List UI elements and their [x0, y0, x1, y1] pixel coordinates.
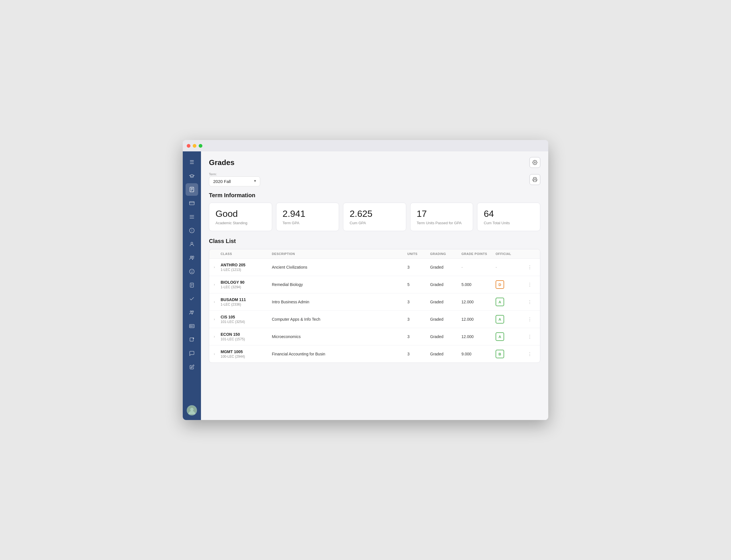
sidebar-item-edit[interactable]	[186, 361, 198, 373]
class-grading: Graded	[430, 282, 462, 287]
class-info: ANTHRO 205 1-LEC (1213)	[221, 263, 272, 272]
class-units: 3	[407, 317, 430, 322]
settings-button[interactable]	[530, 157, 540, 168]
th-official: OFFICIAL	[496, 252, 524, 256]
row-expand-icon[interactable]: ›	[214, 283, 221, 287]
svg-point-33	[534, 162, 536, 163]
row-menu-button[interactable]: ⋮	[524, 282, 536, 287]
term-dropdown[interactable]: 2020 Fall 2020 Spring 2019 Fall 2019 Spr…	[209, 176, 260, 186]
maximize-button[interactable]	[199, 144, 202, 148]
class-grading: Graded	[430, 352, 462, 356]
svg-point-25	[190, 326, 191, 327]
class-units: 3	[407, 265, 430, 269]
sidebar-item-list[interactable]	[186, 211, 198, 223]
sidebar-item-clipboard[interactable]	[186, 279, 198, 291]
class-grading: Graded	[430, 265, 462, 269]
stat-label-cum-units: Cum Total Units	[484, 221, 534, 225]
table-row: › ANTHRO 205 1-LEC (1213) Ancient Civili…	[209, 259, 540, 276]
svg-point-12	[191, 242, 193, 244]
stat-card-standing: Good Academic Standing	[209, 203, 272, 231]
svg-rect-4	[189, 201, 194, 205]
grade-badge-d: D	[496, 280, 504, 289]
app-window: ☰	[183, 140, 548, 420]
stat-card-term-gpa: 2.941 Term GPA	[276, 203, 339, 231]
term-select-wrapper: Term: 2020 Fall 2020 Spring 2019 Fall 20…	[209, 172, 260, 186]
row-expand-icon[interactable]: ›	[214, 352, 221, 356]
class-grade-points: 12.000	[462, 334, 496, 339]
sidebar-item-external[interactable]	[186, 333, 198, 346]
sidebar-item-emoji[interactable]	[186, 265, 198, 278]
user-avatar[interactable]	[187, 405, 197, 415]
term-info-section-title: Term Information	[201, 191, 548, 203]
row-menu-button[interactable]: ⋮	[524, 334, 536, 339]
table-row: › BUSADM 111 1-LEC (2336) Intro Business…	[209, 293, 540, 311]
sidebar-item-id[interactable]	[186, 320, 198, 332]
sidebar-item-graduation[interactable]	[186, 170, 198, 182]
sidebar-item-chat[interactable]	[186, 347, 198, 360]
row-expand-icon[interactable]: ›	[214, 335, 221, 339]
row-menu-button[interactable]: ⋮	[524, 317, 536, 322]
sidebar-item-menu[interactable]: ☰	[186, 156, 198, 168]
row-expand-icon[interactable]: ›	[214, 300, 221, 304]
class-units: 3	[407, 300, 430, 304]
titlebar	[183, 140, 548, 151]
sidebar-item-card[interactable]	[186, 197, 198, 209]
svg-rect-28	[190, 338, 193, 341]
class-info: MGMT 1005 100-LEC (2944)	[221, 349, 272, 359]
table-row: › CIS 105 101-LEC (3254) Computer Apps &…	[209, 311, 540, 328]
th-grade-points: GRADE POINTS	[462, 252, 496, 256]
class-list-title: Class List	[209, 238, 540, 244]
stat-value-standing: Good	[215, 209, 265, 219]
table-header: CLASS DESCRIPTION UNITS GRADING GRADE PO…	[209, 249, 540, 259]
row-menu-button[interactable]: ⋮	[524, 299, 536, 305]
class-info: CIS 105 101-LEC (3254)	[221, 315, 272, 324]
th-description: DESCRIPTION	[272, 252, 407, 256]
row-expand-icon[interactable]: ›	[214, 265, 221, 269]
app-body: ☰	[183, 151, 548, 420]
close-button[interactable]	[187, 144, 190, 148]
class-description: Remedial Biology	[272, 282, 407, 287]
class-grade-points: 9.000	[462, 352, 496, 356]
svg-point-23	[192, 311, 193, 312]
class-grading: Graded	[430, 317, 462, 322]
class-info: BUSADM 111 1-LEC (2336)	[221, 297, 272, 306]
sidebar-item-info[interactable]	[186, 224, 198, 237]
sidebar-item-document[interactable]	[186, 183, 198, 196]
class-grading: Graded	[430, 334, 462, 339]
th-units: UNITS	[407, 252, 430, 256]
grade-badge-b: B	[496, 350, 504, 358]
stat-label-term-gpa: Term GPA	[283, 221, 333, 225]
grade-badge-a: A	[496, 315, 504, 324]
stat-value-cum-gpa: 2.625	[349, 209, 400, 219]
stat-card-cum-units: 64 Cum Total Units	[477, 203, 540, 231]
minimize-button[interactable]	[193, 144, 196, 148]
class-units: 5	[407, 282, 430, 287]
row-menu-button[interactable]: ⋮	[524, 265, 536, 270]
svg-point-22	[190, 311, 191, 312]
class-official: A	[496, 298, 524, 306]
grade-badge-a: A	[496, 332, 504, 341]
print-button[interactable]	[530, 174, 540, 185]
class-description: Computer Apps & Info Tech	[272, 317, 407, 322]
table-row: › BIOLOGY 90 1-LEC (3294) Remedial Biolo…	[209, 276, 540, 293]
svg-point-15	[189, 269, 194, 274]
stats-row: Good Academic Standing 2.941 Term GPA 2.…	[201, 203, 548, 238]
class-official: -	[496, 265, 524, 270]
stat-card-units-passed: 17 Term Units Passed for GPA	[410, 203, 474, 231]
stat-label-cum-gpa: Cum GPA	[349, 221, 400, 225]
class-units: 3	[407, 334, 430, 339]
stat-value-cum-units: 64	[484, 209, 534, 219]
class-info: BIOLOGY 90 1-LEC (3294)	[221, 280, 272, 289]
sidebar-item-group[interactable]	[186, 252, 198, 264]
sidebar-item-check[interactable]	[186, 293, 198, 305]
sidebar-item-person[interactable]	[186, 238, 198, 250]
class-official: A	[496, 332, 524, 341]
row-expand-icon[interactable]: ›	[214, 317, 221, 321]
toolbar: Term: 2020 Fall 2020 Spring 2019 Fall 20…	[201, 172, 548, 191]
stat-label-standing: Academic Standing	[215, 221, 265, 225]
stat-value-units-passed: 17	[417, 209, 467, 219]
sidebar-item-people[interactable]	[186, 306, 198, 319]
row-menu-button[interactable]: ⋮	[524, 351, 536, 357]
page-title: Grades	[209, 158, 234, 167]
th-class: CLASS	[221, 252, 272, 256]
